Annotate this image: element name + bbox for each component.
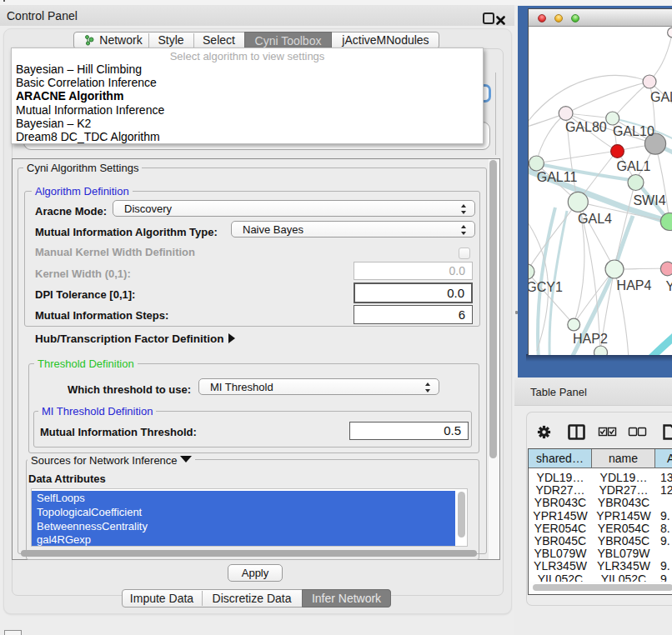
svg-text:GAL80: GAL80 (565, 120, 607, 134)
svg-text:GAL4: GAL4 (578, 212, 612, 226)
svg-text:GCY1: GCY1 (529, 280, 563, 294)
svg-text:SWI4: SWI4 (633, 193, 665, 208)
svg-text:GAL1: GAL1 (616, 159, 650, 173)
svg-text:HAP4: HAP4 (617, 278, 652, 292)
svg-text:GAL7: GAL7 (650, 90, 672, 104)
svg-text:YJ: YJ (666, 279, 672, 293)
svg-text:HAP2: HAP2 (573, 332, 608, 346)
svg-text:GAL11: GAL11 (537, 170, 578, 184)
svg-text:GAL10: GAL10 (613, 124, 654, 138)
